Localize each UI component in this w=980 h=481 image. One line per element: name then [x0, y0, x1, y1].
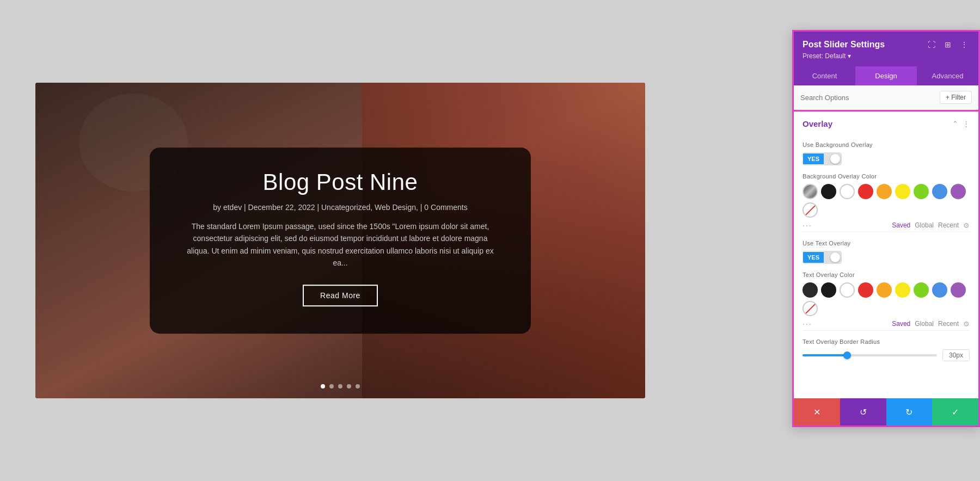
- text-color-swatch-black[interactable]: [821, 282, 836, 298]
- text-color-swatch-white[interactable]: [840, 282, 855, 298]
- text-global-link[interactable]: Global: [915, 320, 934, 328]
- settings-panel: Post Slider Settings ⛶ ⊞ ⋮ Preset: Defau…: [792, 30, 980, 427]
- bg-color-gear-icon[interactable]: ⚙: [963, 221, 970, 230]
- bg-overlay-color-swatches: [803, 184, 970, 218]
- read-more-button[interactable]: Read More: [303, 285, 378, 306]
- panel-header-icons: ⛶ ⊞ ⋮: [926, 39, 970, 50]
- text-color-swatch-orange[interactable]: [877, 282, 892, 298]
- text-saved-link[interactable]: Saved: [892, 320, 910, 328]
- radius-slider-thumb[interactable]: [843, 351, 851, 359]
- toggle-thumb: [830, 154, 840, 164]
- bg-overlay-color-label: Background Overlay Color: [803, 173, 970, 180]
- slider-dot-1[interactable]: [321, 384, 325, 388]
- bg-global-link[interactable]: Global: [915, 221, 934, 229]
- use-bg-overlay-toggle[interactable]: YES: [803, 152, 842, 165]
- cancel-button[interactable]: ✕: [794, 398, 840, 425]
- slider-content: Blog Post Nine by etdev | December 22, 2…: [150, 147, 531, 334]
- overlay-title: Overlay: [803, 119, 832, 128]
- text-color-gear-icon[interactable]: ⚙: [963, 320, 970, 328]
- slider-meta: by etdev | December 22, 2022 | Uncategor…: [182, 203, 498, 212]
- slider-dot-5[interactable]: [356, 384, 360, 388]
- border-radius-label: Text Overlay Border Radius: [803, 338, 970, 345]
- text-color-row-meta: ··· Saved Global Recent ⚙: [803, 319, 970, 328]
- bg-color-more[interactable]: ···: [803, 221, 812, 230]
- text-toggle-thumb: [830, 252, 840, 262]
- text-color-swatch-green[interactable]: [914, 282, 929, 298]
- tab-advanced[interactable]: Advanced: [917, 66, 978, 85]
- filter-button[interactable]: + Filter: [940, 91, 972, 104]
- color-swatch-clear[interactable]: [803, 202, 818, 218]
- panel-tabs: Content Design Advanced: [794, 66, 978, 85]
- use-bg-overlay-label: Use Background Overlay: [803, 141, 970, 148]
- text-color-picker-swatch[interactable]: [803, 282, 818, 298]
- columns-icon[interactable]: ⊞: [942, 39, 953, 50]
- overlay-section-content: Use Background Overlay YES Background Ov…: [794, 141, 978, 368]
- text-color-meta-links: Saved Global Recent ⚙: [892, 320, 970, 328]
- toggle-yes-label: YES: [803, 153, 824, 164]
- text-color-swatch-clear[interactable]: [803, 301, 818, 316]
- save-button[interactable]: ✓: [932, 398, 978, 425]
- slider-dot-2[interactable]: [329, 384, 334, 388]
- tab-design[interactable]: Design: [855, 66, 917, 85]
- slider-dot-4[interactable]: [347, 384, 351, 388]
- fullscreen-icon[interactable]: ⛶: [926, 39, 937, 50]
- text-color-swatch-yellow[interactable]: [895, 282, 910, 298]
- section-header-icons: ⌃ ⋮: [952, 120, 970, 128]
- border-radius-value: 30px: [942, 349, 970, 361]
- use-text-overlay-toggle[interactable]: YES: [803, 251, 842, 264]
- overlay-section-header: Overlay ⌃ ⋮: [794, 110, 978, 134]
- reset-button[interactable]: ↺: [840, 398, 886, 425]
- color-swatch-blue[interactable]: [932, 184, 947, 199]
- panel-body: Overlay ⌃ ⋮ Use Background Overlay YES B…: [794, 110, 978, 398]
- panel-footer: ✕ ↺ ↻ ✓: [794, 398, 978, 425]
- more-icon[interactable]: ⋮: [959, 39, 970, 50]
- slider-text-box: Blog Post Nine by etdev | December 22, 2…: [150, 147, 531, 334]
- text-color-swatch-blue[interactable]: [932, 282, 947, 298]
- color-swatch-red[interactable]: [858, 184, 873, 199]
- color-swatch-purple[interactable]: [951, 184, 966, 199]
- slider-title: Blog Post Nine: [182, 169, 498, 195]
- use-text-overlay-label: Use Text Overlay: [803, 240, 970, 246]
- text-color-swatch-purple[interactable]: [951, 282, 966, 298]
- border-radius-slider-row: 30px: [803, 349, 970, 361]
- panel-header: Post Slider Settings ⛶ ⊞ ⋮ Preset: Defau…: [794, 32, 978, 66]
- slider-excerpt: The standard Lorem Ipsum passage, used s…: [182, 220, 498, 269]
- page-wrapper: Blog Post Nine by etdev | December 22, 2…: [0, 0, 980, 481]
- section-divider-1: [803, 232, 970, 232]
- collapse-icon[interactable]: ⌃: [952, 120, 958, 128]
- color-picker-swatch[interactable]: [803, 184, 818, 199]
- bg-color-row-meta: ··· Saved Global Recent ⚙: [803, 221, 970, 230]
- text-overlay-color-swatches: [803, 282, 970, 316]
- bg-color-meta-links: Saved Global Recent ⚙: [892, 221, 970, 230]
- toggle-track[interactable]: [824, 153, 841, 165]
- slider-dot-3[interactable]: [338, 384, 342, 388]
- color-swatch-green[interactable]: [914, 184, 929, 199]
- color-swatch-black[interactable]: [821, 184, 836, 199]
- panel-preset[interactable]: Preset: Default ▾: [803, 52, 970, 60]
- slider-background: Blog Post Nine by etdev | December 22, 2…: [35, 83, 645, 398]
- text-toggle-track[interactable]: [824, 251, 841, 263]
- search-input[interactable]: [800, 94, 940, 102]
- text-toggle-yes-label: YES: [803, 252, 824, 263]
- panel-header-top: Post Slider Settings ⛶ ⊞ ⋮: [803, 39, 970, 50]
- text-color-more[interactable]: ···: [803, 319, 812, 328]
- redo-button[interactable]: ↻: [886, 398, 933, 425]
- color-swatch-white[interactable]: [840, 184, 855, 199]
- color-swatch-yellow[interactable]: [895, 184, 910, 199]
- border-radius-slider[interactable]: [803, 354, 937, 356]
- section-more-icon[interactable]: ⋮: [963, 120, 970, 128]
- panel-title: Post Slider Settings: [803, 40, 885, 50]
- slider-dots: [321, 384, 360, 388]
- text-color-swatch-red[interactable]: [858, 282, 873, 298]
- bg-recent-link[interactable]: Recent: [938, 221, 959, 229]
- color-swatch-orange[interactable]: [877, 184, 892, 199]
- tab-content[interactable]: Content: [794, 66, 855, 85]
- text-recent-link[interactable]: Recent: [938, 320, 959, 328]
- text-overlay-color-label: Text Overlay Color: [803, 272, 970, 278]
- slider-area: Blog Post Nine by etdev | December 22, 2…: [35, 83, 645, 398]
- bg-saved-link[interactable]: Saved: [892, 221, 910, 229]
- section-divider-2: [803, 330, 970, 331]
- panel-search-bar: + Filter: [794, 85, 978, 110]
